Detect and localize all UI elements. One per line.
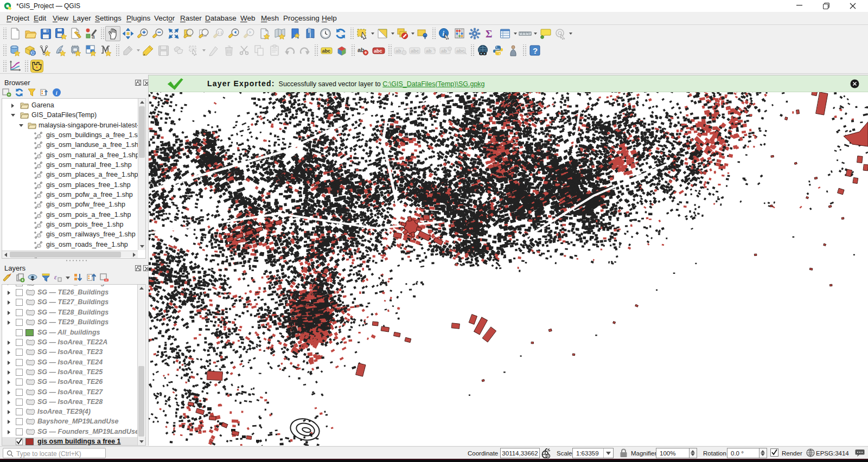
svg-text:abc: abc [374,48,382,54]
svg-text:1:1: 1:1 [218,31,223,35]
svg-text:a: a [92,34,95,40]
svg-text:ab: ab [426,48,432,54]
svg-text:Σ: Σ [486,28,492,40]
svg-text:abc: abc [456,48,465,54]
svg-text:abc: abc [411,48,419,54]
svg-text:i: i [56,90,58,96]
svg-text:ab: ab [441,48,447,54]
svg-text:abc: abc [322,48,331,54]
svg-text:ab: ab [395,48,401,54]
svg-text:?: ? [533,46,538,55]
svg-text:ε: ε [54,273,57,281]
